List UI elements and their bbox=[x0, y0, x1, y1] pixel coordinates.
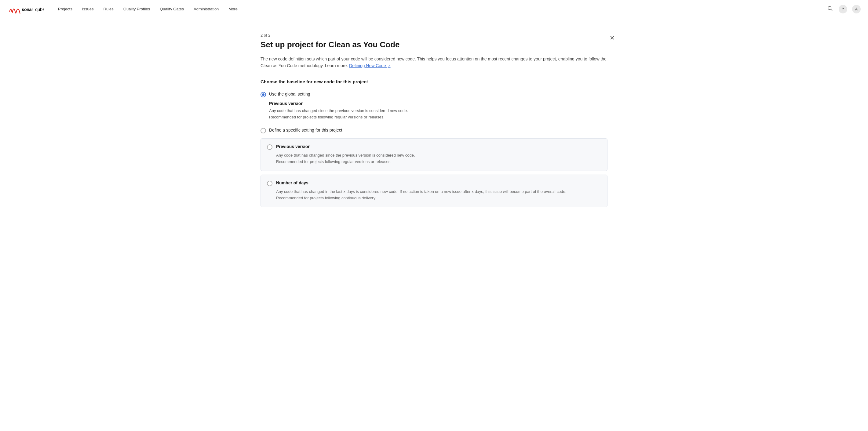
logo: sonar qube bbox=[7, 4, 44, 14]
learn-more-link[interactable]: Defining New Code ↗ bbox=[349, 63, 391, 68]
external-link-icon: ↗ bbox=[388, 64, 391, 68]
page-title: Set up project for Clean as You Code bbox=[260, 40, 608, 49]
main-content: ✕ 2 of 2 Set up project for Clean as You… bbox=[251, 18, 617, 222]
global-setting-option[interactable]: Use the global setting bbox=[260, 92, 608, 97]
card-previous-version[interactable]: Previous version Any code that has chang… bbox=[260, 138, 608, 171]
card-text1-days: Any code that has changed in the last x … bbox=[276, 189, 601, 195]
section-heading: Choose the baseline for new code for thi… bbox=[260, 79, 608, 84]
nav-projects[interactable]: Projects bbox=[54, 4, 77, 14]
svg-text:qube: qube bbox=[35, 7, 44, 11]
specific-setting-cards: Previous version Any code that has chang… bbox=[260, 138, 608, 207]
nav-quality-profiles[interactable]: Quality Profiles bbox=[119, 4, 154, 14]
specific-option-label: Define a specific setting for this proje… bbox=[269, 128, 342, 132]
nav-quality-gates[interactable]: Quality Gates bbox=[155, 4, 188, 14]
card-body-previous: Any code that has changed since the prev… bbox=[276, 152, 601, 165]
card-radio-previous[interactable] bbox=[267, 144, 273, 150]
nav-more[interactable]: More bbox=[224, 4, 242, 14]
global-sub-title: Previous version bbox=[269, 101, 608, 106]
specific-radio[interactable] bbox=[260, 128, 266, 133]
card-number-of-days[interactable]: Number of days Any code that has changed… bbox=[260, 175, 608, 207]
step-indicator: 2 of 2 bbox=[260, 33, 608, 38]
nav-issues[interactable]: Issues bbox=[78, 4, 98, 14]
global-option-label: Use the global setting bbox=[269, 92, 310, 96]
global-radio[interactable] bbox=[260, 92, 266, 97]
nav-links: Projects Issues Rules Quality Profiles Q… bbox=[54, 4, 826, 14]
nav-rules[interactable]: Rules bbox=[99, 4, 118, 14]
specific-setting-option[interactable]: Define a specific setting for this proje… bbox=[260, 128, 608, 133]
card-title-previous: Previous version bbox=[276, 144, 311, 149]
global-sub-text1: Any code that has changed since the prev… bbox=[269, 108, 608, 114]
nav-administration[interactable]: Administration bbox=[189, 4, 223, 14]
search-button[interactable] bbox=[826, 4, 834, 14]
card-body-days: Any code that has changed in the last x … bbox=[276, 189, 601, 201]
sonarqube-logo: sonar qube bbox=[7, 4, 44, 14]
radio-inner bbox=[262, 93, 265, 96]
card-header-days: Number of days bbox=[267, 180, 601, 186]
card-title-days: Number of days bbox=[276, 180, 308, 185]
global-sub-text2: Recommended for projects following regul… bbox=[269, 114, 608, 121]
card-text2-previous: Recommended for projects following regul… bbox=[276, 159, 601, 165]
nav-right: ? A bbox=[826, 4, 861, 14]
svg-text:sonar: sonar bbox=[22, 7, 33, 11]
card-header-previous: Previous version bbox=[267, 144, 601, 150]
card-text2-days: Recommended for projects following conti… bbox=[276, 195, 601, 201]
close-button[interactable]: ✕ bbox=[607, 33, 617, 43]
user-avatar[interactable]: A bbox=[852, 5, 861, 13]
card-text1-previous: Any code that has changed since the prev… bbox=[276, 152, 601, 159]
page-description: The new code definition sets which part … bbox=[260, 56, 608, 69]
global-sub-block: Previous version Any code that has chang… bbox=[269, 101, 608, 121]
navigation: sonar qube Projects Issues Rules Quality… bbox=[0, 0, 868, 18]
help-button[interactable]: ? bbox=[839, 5, 847, 13]
card-radio-days[interactable] bbox=[267, 181, 273, 186]
svg-line-3 bbox=[831, 9, 832, 10]
